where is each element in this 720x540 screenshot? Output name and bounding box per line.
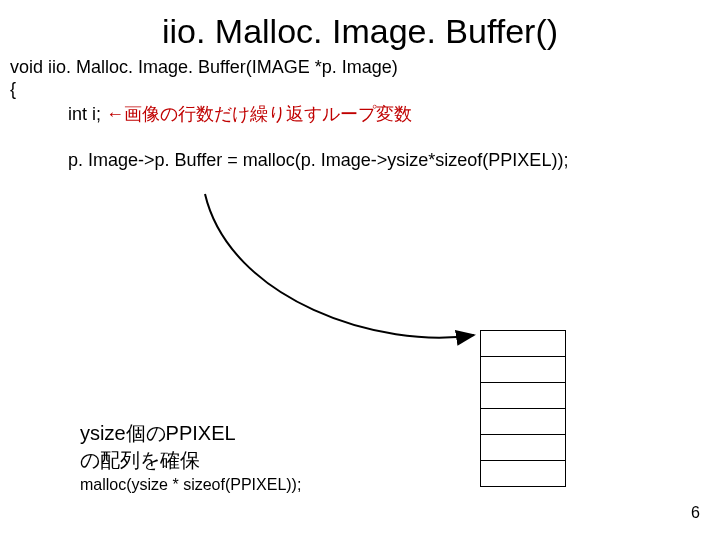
array-diagram (480, 330, 566, 487)
caption-line-1: ysize個のPPIXEL (80, 420, 301, 447)
caption-line-3: malloc(ysize * sizeof(PPIXEL)); (80, 476, 301, 494)
array-cell (480, 434, 566, 461)
code-line-1: int i; ←画像の行数だけ繰り返すループ変数 (68, 102, 720, 126)
array-cell (480, 460, 566, 487)
code-line-1-text: int i; (68, 104, 106, 124)
caption-line-2: の配列を確保 (80, 447, 301, 474)
array-cell (480, 356, 566, 383)
code-line-2: p. Image->p. Buffer = malloc(p. Image->y… (68, 150, 720, 171)
array-cell (480, 330, 566, 357)
caption-block: ysize個のPPIXEL の配列を確保 malloc(ysize * size… (80, 420, 301, 494)
code-line-1-comment: ←画像の行数だけ繰り返すループ変数 (106, 104, 412, 124)
page-title: iio. Malloc. Image. Buffer() (0, 12, 720, 51)
code-open-brace: { (10, 79, 720, 100)
array-cell (480, 382, 566, 409)
code-signature: void iio. Malloc. Image. Buffer(IMAGE *p… (10, 57, 720, 79)
page-number: 6 (691, 504, 700, 522)
array-cell (480, 408, 566, 435)
